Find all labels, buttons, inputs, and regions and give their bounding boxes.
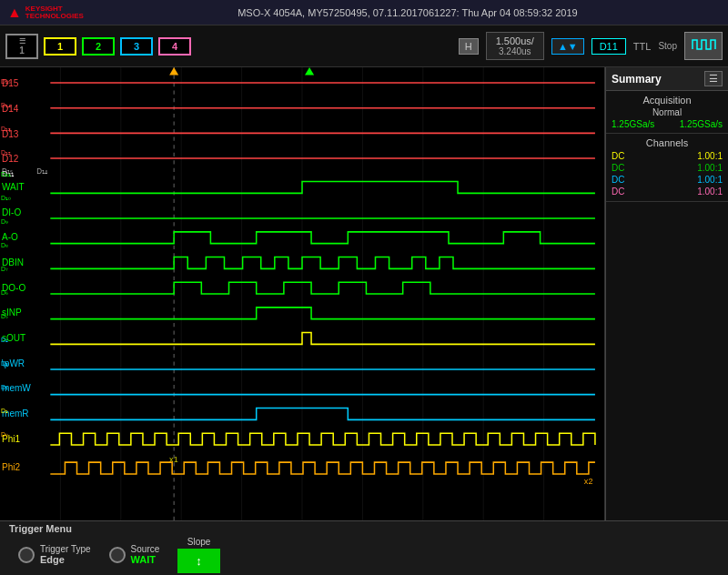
source-label: Source [131, 544, 160, 554]
header-bar: ▲ KEYSIGHTTECHNOLOGIES MSO-X 4054A, MY57… [0, 0, 728, 25]
waveform-area[interactable]: D15 D14 D13 D12 D₁₁ WAIT DI-O A-O DBIN [0, 67, 605, 520]
trigger-menu: Trigger Menu Trigger Type Edge Source WA… [0, 520, 728, 575]
sample-rate-value: 1.25GSa/s [680, 119, 723, 129]
trigger-direction: ▲▼ [551, 38, 584, 55]
timebase-display[interactable]: 1.500us/ 3.240us [486, 32, 544, 60]
digital-btn[interactable]: ☰ 1 [5, 34, 38, 59]
trigger-type-knob[interactable] [18, 547, 35, 563]
summary-header: Summary ☰ [606, 67, 728, 91]
ch2-button[interactable]: 2 [82, 37, 115, 55]
timebase-sub: 3.240us [496, 46, 534, 56]
trigger-type-section: Trigger Type Edge [18, 544, 91, 565]
main-content: D15 D14 D13 D12 D₁₁ WAIT DI-O A-O DBIN [0, 67, 728, 520]
channel-row: ☰ 1 1 2 3 4 H 1.500us/ 3.240us ▲▼ D11 TT… [0, 25, 728, 67]
sample-rate-label: 1.25GSa/s [612, 119, 654, 129]
source-value: WAIT [131, 554, 160, 565]
ch3-ratio: 1.00:1 [697, 175, 723, 185]
ch4-button[interactable]: 4 [158, 37, 191, 55]
ch3-button[interactable]: 3 [120, 37, 153, 55]
logo-text: KEYSIGHTTECHNOLOGIES [25, 5, 84, 20]
trigger-type-label: Trigger Type [40, 544, 91, 554]
svg-text:D₁₄: D₁₄ [36, 167, 47, 176]
ch4-coupling: DC [612, 187, 624, 197]
timebase-main: 1.500us/ [496, 35, 534, 46]
logo: ▲ KEYSIGHTTECHNOLOGIES [7, 5, 84, 21]
summary-menu-btn[interactable]: ☰ [704, 71, 723, 86]
channels-section: Channels DC 1.00:1 DC 1.00:1 DC 1.00:1 D… [606, 134, 728, 202]
summary-title: Summary [612, 73, 662, 86]
ch-row-2: DC 1.00:1 [612, 162, 723, 174]
acquisition-mode: Normal [612, 107, 723, 117]
slope-button[interactable]: ↕ [177, 549, 220, 573]
ch2-coupling: DC [612, 163, 624, 173]
h-label: H [459, 38, 479, 55]
trigger-source-section: Source WAIT [109, 544, 160, 565]
channels-label: Channels [612, 137, 723, 148]
ch2-ratio: 1.00:1 [697, 163, 723, 173]
trigger-menu-title: Trigger Menu [9, 523, 72, 534]
channel-labels: D₁₅ D₁₄ D₁₃ D₁₂ D₁₁ D₁₀ D₉ D₈ D₇ D₆ D₅ D… [0, 67, 13, 520]
ch1-button[interactable]: 1 [44, 37, 76, 55]
keysight-logo-icon: ▲ [7, 5, 22, 21]
ch-row-3: DC 1.00:1 [612, 174, 723, 186]
trigger-state: Stop [658, 41, 677, 51]
waveform-svg: D15 D14 D13 D12 D₁₁ WAIT DI-O A-O DBIN [0, 67, 604, 520]
trigger-type-display: TTL [633, 41, 652, 52]
acquisition-label: Acquisition [612, 95, 723, 106]
slope-label: Slope [187, 537, 211, 547]
acquisition-section: Acquisition Normal 1.25GSa/s 1.25GSa/s [606, 91, 728, 134]
ch-row-1: DC 1.00:1 [612, 150, 723, 162]
svg-text:x2: x2 [584, 476, 593, 485]
trigger-type-value: Edge [40, 554, 91, 565]
trigger-source-knob[interactable] [109, 547, 126, 563]
ch4-ratio: 1.00:1 [697, 187, 723, 197]
scope-title: MSO-X 4054A, MY57250495, 07.11.201706122… [95, 7, 721, 18]
summary-panel: Summary ☰ Acquisition Normal 1.25GSa/s 1… [605, 67, 728, 520]
trigger-channel[interactable]: D11 [592, 38, 626, 55]
ch3-coupling: DC [612, 175, 624, 185]
trigger-slope-section: Slope ↕ [177, 537, 220, 573]
ch1-ratio: 1.00:1 [697, 151, 723, 161]
ch-row-4: DC 1.00:1 [612, 186, 723, 197]
trigger-state-section: Stop [658, 41, 677, 51]
wave-display-btn[interactable] [684, 32, 723, 60]
ch1-coupling: DC [612, 151, 624, 161]
